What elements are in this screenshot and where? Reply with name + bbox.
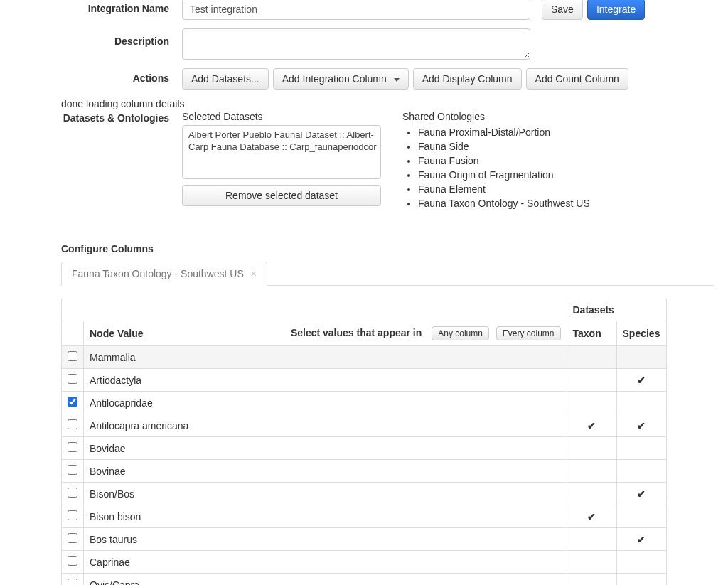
table-row: Bos taurus✔ (62, 528, 666, 551)
table-row: Artiodactyla✔ (62, 369, 666, 392)
save-button[interactable]: Save (542, 0, 583, 20)
selected-datasets-header: Selected Datasets (182, 111, 381, 122)
add-integration-column-button[interactable]: Add Integration Column (273, 68, 409, 90)
list-item: Fauna Proximal-Distal/Portion (418, 125, 590, 139)
species-cell: ✔ (616, 483, 666, 505)
close-icon[interactable]: × (251, 268, 257, 279)
species-header: Species (616, 321, 666, 346)
filter-label: Select values that appear in (291, 327, 429, 338)
taxon-cell (567, 483, 616, 505)
tab-label: Fauna Taxon Ontology - Southwest US (72, 268, 244, 279)
node-label: Artiodactyla (84, 369, 567, 392)
row-checkbox[interactable] (68, 579, 77, 585)
taxon-cell (567, 551, 616, 574)
row-checkbox[interactable] (68, 374, 77, 384)
taxon-cell (567, 574, 616, 586)
node-label: Bovidae (84, 437, 567, 460)
selected-datasets-list[interactable]: Albert Porter Pueblo Faunal Dataset :: A… (182, 125, 381, 179)
taxon-cell (567, 369, 616, 392)
species-cell: ✔ (616, 414, 666, 437)
species-cell (616, 505, 666, 528)
table-row: Antilocapra americana✔✔ (62, 414, 666, 437)
description-label: Description (14, 28, 182, 47)
table-row: Caprinae (62, 551, 666, 574)
row-checkbox[interactable] (68, 442, 77, 452)
checkbox-header (62, 321, 84, 346)
status-text: done loading column details (61, 98, 714, 109)
list-item: Fauna Taxon Ontology - Southwest US (418, 196, 590, 210)
node-label: Bovinae (84, 460, 567, 483)
check-icon: ✔ (637, 375, 646, 386)
taxon-cell (567, 460, 616, 483)
row-checkbox[interactable] (68, 465, 77, 475)
taxon-cell: ✔ (567, 414, 616, 437)
row-checkbox[interactable] (68, 556, 77, 566)
integrate-button[interactable]: Integrate (587, 0, 645, 20)
table-row: Bison bison✔ (62, 505, 666, 528)
any-column-button[interactable]: Any column (432, 326, 489, 340)
check-icon: ✔ (587, 420, 596, 431)
remove-selected-dataset-button[interactable]: Remove selected dataset (182, 185, 381, 206)
row-checkbox[interactable] (68, 397, 77, 407)
check-icon: ✔ (637, 534, 646, 545)
row-checkbox[interactable] (68, 510, 77, 520)
datasets-header: Datasets (567, 299, 666, 321)
list-item: Fauna Side (418, 139, 590, 154)
shared-ontologies-list: Fauna Proximal-Distal/Portion Fauna Side… (402, 125, 590, 210)
node-label: Bison bison (84, 505, 567, 528)
species-cell (616, 460, 666, 483)
every-column-button[interactable]: Every column (496, 326, 561, 340)
node-label: Antilocapra americana (84, 414, 567, 437)
species-cell: ✔ (616, 528, 666, 551)
node-label: Bos taurus (84, 528, 567, 551)
taxon-cell (567, 392, 616, 414)
row-checkbox[interactable] (68, 419, 77, 429)
integration-name-label: Integration Name (14, 0, 182, 14)
node-header-spacer (84, 299, 567, 321)
table-row: Bison/Bos✔ (62, 483, 666, 505)
add-count-column-button[interactable]: Add Count Column (526, 68, 628, 90)
species-cell (616, 551, 666, 574)
row-checkbox[interactable] (68, 351, 77, 361)
check-icon: ✔ (587, 511, 596, 522)
table-row: Ovis/Capra (62, 574, 666, 586)
taxon-header: Taxon (567, 321, 616, 346)
chevron-down-icon (394, 78, 400, 82)
list-item: Fauna Origin of Fragmentation (418, 168, 590, 182)
add-display-column-button[interactable]: Add Display Column (413, 68, 522, 90)
description-textarea[interactable] (182, 28, 530, 60)
node-label: Bison/Bos (84, 483, 567, 505)
datasets-ontologies-label: Datasets & Ontologies (14, 111, 182, 124)
row-checkbox[interactable] (68, 533, 77, 543)
table-row: Mammalia (62, 346, 666, 369)
checkbox-header-spacer (62, 299, 84, 321)
row-checkbox[interactable] (68, 488, 77, 498)
node-value-header: Node Value (90, 328, 143, 339)
node-label: Caprinae (84, 551, 567, 574)
taxon-cell: ✔ (567, 505, 616, 528)
tab-fauna-taxon[interactable]: Fauna Taxon Ontology - Southwest US × (61, 262, 267, 286)
list-item[interactable]: Carp Fauna Database :: Carp_faunaperiodc… (187, 141, 376, 153)
node-label: Ovis/Capra (84, 574, 567, 586)
species-cell (616, 392, 666, 414)
table-row: Antilocapridae (62, 392, 666, 414)
species-cell (616, 437, 666, 460)
taxon-cell (567, 528, 616, 551)
check-icon: ✔ (637, 488, 646, 500)
node-label: Antilocapridae (84, 392, 567, 414)
list-item: Fauna Element (418, 182, 590, 196)
table-row: Bovinae (62, 460, 666, 483)
list-item[interactable]: Albert Porter Pueblo Faunal Dataset :: A… (187, 129, 376, 141)
species-cell: ✔ (616, 369, 666, 392)
add-integration-column-label: Add Integration Column (282, 73, 387, 85)
list-item: Fauna Fusion (418, 154, 590, 168)
check-icon: ✔ (637, 420, 646, 431)
table-row: Bovidae (62, 437, 666, 460)
node-table: Datasets Node Value Select values that a… (62, 299, 666, 585)
add-datasets-button[interactable]: Add Datasets... (182, 68, 269, 90)
taxon-cell (567, 346, 616, 369)
configure-columns-title: Configure Columns (61, 243, 714, 254)
shared-ontologies-header: Shared Ontologies (402, 111, 590, 122)
taxon-cell (567, 437, 616, 460)
integration-name-input[interactable] (182, 0, 530, 20)
